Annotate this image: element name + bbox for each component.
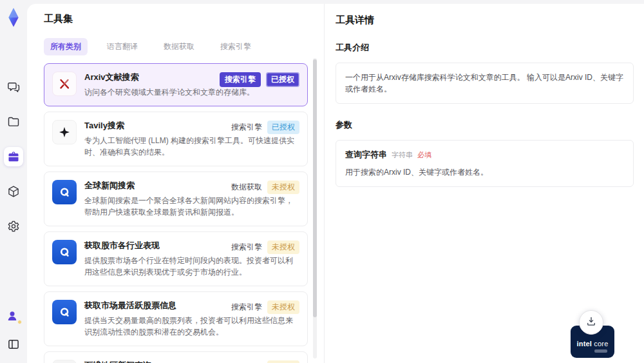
- tab-3[interactable]: 搜索引擎: [214, 38, 258, 55]
- intro-text: 一个用于从Arxiv存储库搜索科学论文和文章的工具。 输入可以是Arxiv ID…: [345, 73, 623, 93]
- content-area: 工具集 所有类别语言翻译数据获取搜索引擎 Arxiv文献搜索 访问各个研究领域大…: [27, 4, 644, 363]
- tavily-icon: [52, 120, 77, 144]
- tool-list: Arxiv文献搜索 访问各个研究领域大量科学论文和文章的存储库。 搜索引擎 已授…: [44, 63, 308, 363]
- tool-description: 专为人工智能代理 (LLM) 构建的搜索引擎工具。可快速提供实时、准确和真实的结…: [84, 135, 299, 158]
- detail-title: 工具详情: [336, 14, 634, 26]
- intel-sub-mark: [594, 349, 607, 353]
- tool-auth-badge: 已授权: [266, 72, 299, 87]
- tool-auth-badge: 未授权: [267, 360, 299, 363]
- news-blue-icon: [52, 180, 77, 204]
- tool-description: 提供当天交易量最高的股票列表，投资者可以利用这些信息来识别流动性强的股票和潜在的…: [84, 315, 299, 338]
- intel-core-label: intel core: [576, 340, 608, 348]
- intro-heading: 工具介绍: [336, 42, 634, 54]
- tool-list-item[interactable]: Arxiv文献搜索 访问各个研究领域大量科学论文和文章的存储库。 搜索引擎 已授…: [44, 63, 308, 106]
- sidebar-nav: [4, 77, 23, 236]
- tab-1[interactable]: 语言翻译: [100, 38, 144, 55]
- tool-list-item[interactable]: 全球新闻搜索 全球新闻搜索是一个聚合全球各大新闻网站内容的搜索引擎，帮助用户快速…: [44, 172, 308, 226]
- sidebar: [0, 0, 27, 363]
- tool-auth-badge: 未授权: [267, 240, 299, 254]
- tool-category-badge: 搜索引擎: [231, 302, 262, 313]
- app-window: 工具集 所有类别语言翻译数据获取搜索引擎 Arxiv文献搜索 访问各个研究领域大…: [0, 0, 644, 363]
- tool-auth-badge: 已授权: [267, 121, 299, 134]
- tool-auth-badge: 未授权: [267, 181, 299, 194]
- tool-auth-badge: 未授权: [267, 300, 299, 314]
- param-card: 查询字符串 字符串 必填 用于搜索的Arxiv ID、关键字或作者姓名。: [336, 140, 634, 187]
- folder-icon[interactable]: [4, 112, 23, 132]
- tool-list-item[interactable]: 万维地区新闻查询 查询具体行政区划内的新闻，快速了解各地新闻动 搜索引擎 未授权: [44, 351, 308, 363]
- arxiv-icon: [52, 72, 77, 96]
- news-blue-icon: [52, 300, 77, 324]
- gear-icon[interactable]: [4, 217, 23, 236]
- tool-category-badge: 搜索引擎: [220, 72, 261, 87]
- tool-list-item[interactable]: 获取市场最活跃股票信息 提供当天交易量最高的股票列表，投资者可以利用这些信息来识…: [44, 291, 308, 346]
- tool-category-badge: 搜索引擎: [231, 242, 262, 253]
- param-type: 字符串: [392, 149, 413, 161]
- app-logo: [5, 8, 23, 27]
- param-required-badge: 必填: [417, 149, 431, 161]
- newspaper-icon: [52, 360, 77, 363]
- scrollbar-thumb[interactable]: [313, 59, 317, 317]
- panel-toggle-icon[interactable]: [4, 335, 23, 354]
- category-tabs: 所有类别语言翻译数据获取搜索引擎: [44, 38, 324, 55]
- tool-list-item[interactable]: 获取股市各行业表现 提供股票市场各个行业在特定时间段内的表现。投资者可以利用这些…: [44, 231, 308, 286]
- user-icon[interactable]: [4, 308, 23, 327]
- tool-category-badge: 搜索引擎: [231, 122, 262, 133]
- params-heading: 参数: [336, 119, 634, 131]
- tool-list-item[interactable]: Tavily搜索 专为人工智能代理 (LLM) 构建的搜索引擎工具。可快速提供实…: [44, 112, 308, 166]
- cube-icon[interactable]: [4, 182, 23, 201]
- scrollbar[interactable]: [313, 58, 317, 358]
- sidebar-bottom: [4, 308, 23, 354]
- tool-category-badge: 数据获取: [231, 182, 262, 193]
- param-name: 查询字符串: [345, 149, 387, 161]
- chat-icon[interactable]: [4, 77, 23, 97]
- tool-detail-pane: 工具详情 工具介绍 一个用于从Arxiv存储库搜索科学论文和文章的工具。 输入可…: [324, 4, 644, 363]
- tool-list-pane: 工具集 所有类别语言翻译数据获取搜索引擎 Arxiv文献搜索 访问各个研究领域大…: [27, 4, 324, 363]
- download-icon: [585, 315, 597, 329]
- tool-description: 全球新闻搜索是一个聚合全球各大新闻网站内容的搜索引擎，帮助用户快速获取全球最新资…: [84, 195, 299, 218]
- briefcase-icon[interactable]: [4, 147, 23, 166]
- download-button[interactable]: [579, 310, 603, 335]
- param-desc: 用于搜索的Arxiv ID、关键字或作者姓名。: [345, 166, 624, 178]
- tool-description: 访问各个研究领域大量科学论文和文章的存储库。: [84, 86, 299, 98]
- page-title: 工具集: [44, 13, 324, 25]
- avatar-status-dot: [17, 320, 22, 324]
- tab-0[interactable]: 所有类别: [44, 38, 88, 55]
- tool-description: 提供股票市场各个行业在特定时间段内的表现。投资者可以利用这些信息来识别表现优于或…: [84, 255, 299, 278]
- news-blue-icon: [52, 240, 77, 264]
- tab-2[interactable]: 数据获取: [157, 38, 201, 55]
- intro-card: 一个用于从Arxiv存储库搜索科学论文和文章的工具。 输入可以是Arxiv ID…: [336, 63, 634, 104]
